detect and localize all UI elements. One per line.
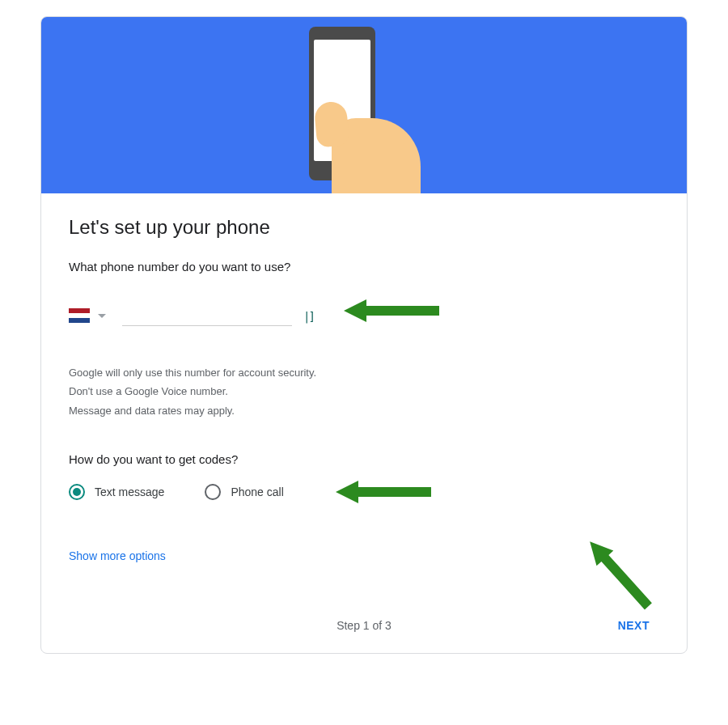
phone-input-row: |] [69,306,659,326]
info-block: Google will only use this number for acc… [69,363,659,420]
annotation-arrow-icon [336,476,433,508]
chevron-down-icon [98,314,106,318]
step-indicator: Step 1 of 3 [336,619,392,632]
phone-question: What phone number do you want to use? [69,260,659,273]
setup-card: Let's set up your phone What phone numbe… [40,16,688,654]
svg-marker-1 [336,481,431,503]
radio-label: Phone call [231,485,283,498]
svg-marker-0 [344,299,439,322]
radio-label: Text message [95,485,164,498]
footer-row: Step 1 of 3 NEXT [69,619,659,632]
radio-icon [205,484,221,500]
annotation-arrow-icon [344,295,441,327]
codes-question: How do you want to get codes? [69,452,659,466]
annotation-arrow-icon [575,530,664,619]
phone-number-input[interactable] [122,306,292,326]
radio-phone-call[interactable]: Phone call [205,484,283,500]
country-selector[interactable] [69,308,106,326]
radio-icon [69,484,85,500]
banner-illustration [41,17,687,193]
info-line: Don't use a Google Voice number. [69,382,659,401]
next-button[interactable]: NEXT [608,613,659,638]
radio-text-message[interactable]: Text message [69,484,164,500]
info-line: Message and data rates may apply. [69,401,659,420]
info-line: Google will only use this number for acc… [69,363,659,382]
page-title: Let's set up your phone [69,216,659,239]
codes-radio-group: Text message Phone call [69,484,659,500]
svg-marker-2 [582,534,657,614]
hand-holding-phone-icon [283,17,445,193]
flag-icon [69,308,90,323]
show-more-options-link[interactable]: Show more options [69,549,166,562]
content-area: Let's set up your phone What phone numbe… [41,193,687,653]
text-cursor-icon: |] [303,310,314,326]
